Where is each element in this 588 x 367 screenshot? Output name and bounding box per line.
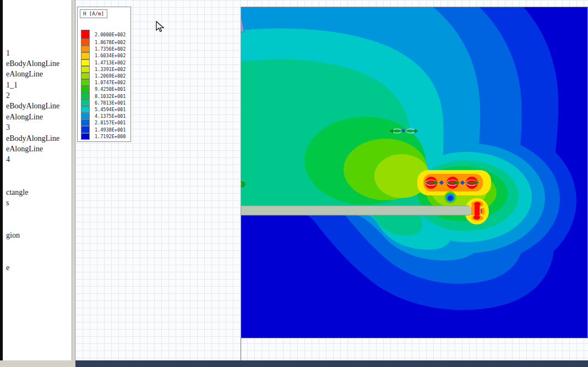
legend-swatch xyxy=(81,86,90,92)
legend-swatch xyxy=(81,59,90,66)
legend-value: 1.7192E+000 xyxy=(95,134,126,139)
legend-swatch xyxy=(81,113,90,119)
legend-rows: 2.0000E+0021.8678E+0021.7356E+0021.6034E… xyxy=(81,30,129,140)
legend-swatch xyxy=(81,73,90,79)
tree-item[interactable]: gion xyxy=(6,231,20,240)
tree-item[interactable]: 2 xyxy=(6,91,10,100)
tree-item[interactable]: s xyxy=(6,198,9,207)
legend-value: 1.3391E+002 xyxy=(95,67,126,72)
tree-item[interactable]: 1_1 xyxy=(6,80,18,90)
legend-swatch xyxy=(81,106,90,113)
legend-value: 1.7356E+002 xyxy=(95,46,126,52)
tree-item[interactable]: eAlongLine xyxy=(6,144,43,154)
tree-item[interactable]: ctangle xyxy=(6,188,28,197)
panel-splitter[interactable] xyxy=(72,0,75,367)
legend-swatch xyxy=(81,119,90,126)
tree-item[interactable]: eBodyAlongLine xyxy=(6,59,59,68)
legend-row: 1.4713E+002 xyxy=(81,59,129,66)
legend-row: 2.0000E+002 xyxy=(81,30,129,39)
legend-swatch xyxy=(81,66,90,73)
legend-swatch xyxy=(81,93,90,100)
legend-value: 1.2069E+002 xyxy=(95,73,126,79)
legend-value: 8.1032E+001 xyxy=(95,94,126,99)
tree-item[interactable]: e xyxy=(6,263,9,272)
tree-item[interactable]: 1 xyxy=(6,48,10,58)
legend-row: 1.7192E+000 xyxy=(81,133,129,140)
legend-row: 9.4250E+001 xyxy=(81,86,129,92)
color-legend[interactable]: H [A/m] 2.0000E+0021.8678E+0021.7356E+00… xyxy=(77,7,131,142)
tree-item[interactable]: 3 xyxy=(6,123,10,132)
field-null-spot xyxy=(444,191,456,204)
legend-swatch xyxy=(81,52,90,59)
legend-value: 1.6034E+002 xyxy=(95,53,126,58)
legend-value: 4.1375E+001 xyxy=(95,113,126,119)
legend-swatch xyxy=(81,100,90,106)
legend-swatch xyxy=(81,126,90,133)
legend-swatch xyxy=(81,133,90,140)
tree-item[interactable]: eBodyAlongLine xyxy=(6,134,59,143)
legend-row: 1.2069E+002 xyxy=(81,73,129,79)
legend-value: 2.0000E+002 xyxy=(95,32,126,37)
legend-row: 1.4938E+001 xyxy=(81,126,129,133)
legend-row: 1.8678E+002 xyxy=(81,39,129,46)
legend-swatch xyxy=(81,46,90,52)
legend-title: H [A/m] xyxy=(80,9,107,18)
legend-swatch xyxy=(81,79,90,86)
legend-value: 5.4594E+001 xyxy=(95,107,126,112)
legend-swatch xyxy=(81,30,90,39)
legend-swatch xyxy=(81,39,90,46)
legend-row: 5.4594E+001 xyxy=(81,106,129,113)
bottom-left-filler xyxy=(0,360,75,367)
tree-item[interactable]: eBodyAlongLine xyxy=(6,101,59,111)
modeler-canvas[interactable] xyxy=(75,0,588,367)
tree-item[interactable]: eAlongLine xyxy=(6,69,43,79)
legend-row: 1.7356E+002 xyxy=(81,46,129,52)
plate-geometry[interactable] xyxy=(241,206,481,215)
legend-value: 1.4713E+002 xyxy=(95,60,126,65)
legend-row: 1.0747E+002 xyxy=(81,79,129,86)
legend-value: 1.8678E+002 xyxy=(95,40,126,45)
legend-value: 9.4250E+001 xyxy=(95,86,126,92)
legend-row: 2.8157E+001 xyxy=(81,119,129,126)
legend-row: 4.1375E+001 xyxy=(81,113,129,119)
legend-value: 6.7813E+001 xyxy=(95,100,126,106)
legend-value: 1.0747E+002 xyxy=(95,80,126,85)
axis-tick-line xyxy=(241,338,241,360)
project-tree-panel[interactable]: 1 eBodyAlongLine eAlongLine 1_1 2 eBodyA… xyxy=(3,0,72,367)
legend-row: 1.3391E+002 xyxy=(81,66,129,73)
tree-item[interactable]: eAlongLine xyxy=(6,112,43,122)
field-plot-canvas[interactable] xyxy=(241,7,588,338)
mouse-cursor-icon xyxy=(156,21,166,33)
status-bar xyxy=(75,360,588,367)
legend-value: 2.8157E+001 xyxy=(95,120,126,125)
legend-row: 1.6034E+002 xyxy=(81,52,129,59)
legend-value: 1.4938E+001 xyxy=(95,127,126,133)
tree-item[interactable]: 4 xyxy=(6,155,10,164)
legend-row: 8.1032E+001 xyxy=(81,93,129,100)
legend-row: 6.7813E+001 xyxy=(81,100,129,106)
